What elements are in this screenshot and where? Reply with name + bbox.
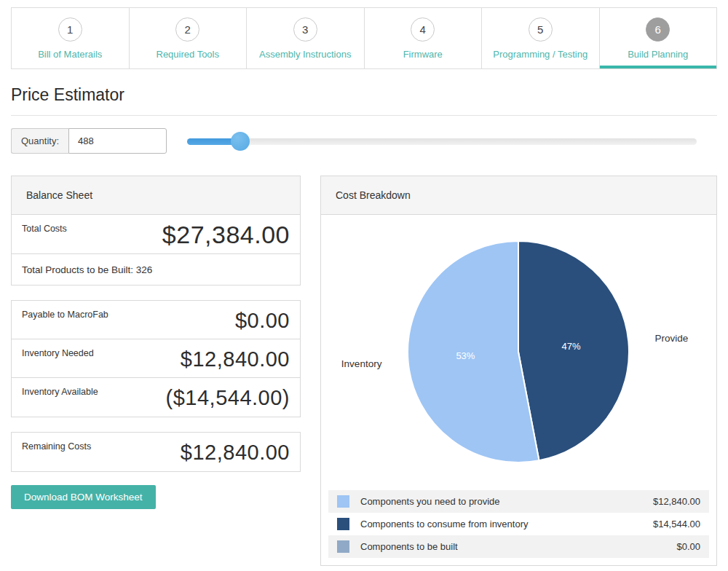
step-tabs: 1 Bill of Materails 2 Required Tools 3 A… bbox=[11, 7, 717, 69]
slider-track[interactable] bbox=[187, 138, 697, 145]
step-number-badge: 6 bbox=[646, 17, 670, 42]
legend-label: Components you need to provide bbox=[360, 496, 653, 507]
legend-swatch-light-blue bbox=[337, 495, 349, 508]
legend-value: $12,840.00 bbox=[653, 496, 700, 507]
cost-breakdown-title: Cost Breakdown bbox=[321, 176, 716, 215]
pie-slice-name-label: Inventory bbox=[341, 358, 382, 369]
step-number-badge: 4 bbox=[411, 17, 435, 42]
total-costs-row: Total Costs $27,384.00 bbox=[12, 215, 300, 254]
balance-sheet-title: Balance Sheet bbox=[12, 176, 300, 215]
page-title: Price Estimator bbox=[11, 85, 717, 105]
inventory-available-label: Inventory Available bbox=[22, 384, 98, 397]
payable-row: Payable to MacroFab $0.00 bbox=[12, 301, 300, 339]
pie-percent-label: 47% bbox=[562, 341, 581, 352]
pie-chart: 47%Provide53%Inventory bbox=[321, 215, 716, 490]
tab-programming-testing[interactable]: 5 Programming / Testing bbox=[482, 8, 600, 68]
balance-sheet-panel: Balance Sheet Total Costs $27,384.00 Tot… bbox=[11, 176, 301, 286]
price-estimator-page: 1 Bill of Materails 2 Required Tools 3 A… bbox=[0, 0, 728, 566]
total-products-row: Total Products to be Built: 326 bbox=[12, 254, 300, 285]
inventory-available-value: ($14,544.00) bbox=[166, 386, 290, 410]
tab-firmware[interactable]: 4 Firmware bbox=[365, 8, 483, 68]
step-number-badge: 5 bbox=[529, 17, 553, 42]
download-bom-worksheet-button[interactable]: Download BOM Worksheet bbox=[11, 485, 156, 509]
payable-label: Payable to MacroFab bbox=[22, 307, 108, 320]
tab-label: Programming / Testing bbox=[493, 49, 587, 60]
quantity-input[interactable] bbox=[68, 128, 167, 154]
inventory-needed-label: Inventory Needed bbox=[22, 345, 94, 358]
chart-legend: Components you need to provide $12,840.0… bbox=[321, 490, 716, 565]
legend-swatch-dark-blue bbox=[337, 518, 349, 530]
total-costs-value: $27,384.00 bbox=[162, 221, 290, 249]
tab-required-tools[interactable]: 2 Required Tools bbox=[130, 8, 248, 68]
divider bbox=[11, 115, 717, 116]
quantity-row: Quantity: bbox=[11, 128, 717, 154]
legend-label: Components to consume from inventory bbox=[360, 519, 653, 529]
pie-percent-label: 53% bbox=[456, 350, 475, 361]
remaining-costs-value: $12,840.00 bbox=[181, 441, 290, 465]
slider-thumb[interactable] bbox=[231, 132, 250, 151]
quantity-label: Quantity: bbox=[11, 128, 68, 154]
pie-chart-svg: 47%Provide53%Inventory bbox=[321, 215, 716, 490]
balance-sheet-column: Balance Sheet Total Costs $27,384.00 Tot… bbox=[11, 176, 301, 509]
legend-row-consume: Components to consume from inventory $14… bbox=[328, 513, 709, 535]
tab-assembly-instructions[interactable]: 3 Assembly Instructions bbox=[247, 8, 365, 68]
inventory-needed-row: Inventory Needed $12,840.00 bbox=[12, 339, 300, 378]
tab-bill-of-materials[interactable]: 1 Bill of Materails bbox=[12, 8, 130, 68]
quantity-slider[interactable] bbox=[187, 132, 697, 151]
legend-value: $14,544.00 bbox=[653, 519, 700, 529]
legend-swatch-gray-blue bbox=[337, 540, 349, 553]
payable-value: $0.00 bbox=[235, 309, 290, 333]
step-number-badge: 3 bbox=[293, 17, 317, 42]
remaining-costs-panel: Remaining Costs $12,840.00 bbox=[11, 432, 301, 472]
tab-label: Firmware bbox=[403, 49, 443, 60]
remaining-costs-label: Remaining Costs bbox=[22, 438, 91, 452]
legend-label: Components to be built bbox=[360, 541, 676, 552]
total-costs-label: Total Costs bbox=[22, 221, 67, 234]
legend-row-provide: Components you need to provide $12,840.0… bbox=[328, 490, 709, 513]
tab-label: Bill of Materails bbox=[38, 49, 102, 60]
pie-slice-name-label: Provide bbox=[655, 333, 689, 344]
tab-label: Build Planning bbox=[628, 49, 688, 60]
total-products-text: Total Products to be Built: 326 bbox=[22, 264, 152, 275]
tab-label: Assembly Instructions bbox=[259, 49, 351, 60]
quantity-input-group: Quantity: bbox=[11, 128, 167, 154]
payables-panel: Payable to MacroFab $0.00 Inventory Need… bbox=[11, 300, 301, 417]
step-number-badge: 1 bbox=[58, 17, 82, 42]
cost-breakdown-panel: Cost Breakdown 47%Provide53%Inventory Co… bbox=[320, 176, 717, 566]
inventory-needed-value: $12,840.00 bbox=[181, 347, 290, 371]
remaining-costs-row: Remaining Costs $12,840.00 bbox=[12, 433, 300, 471]
inventory-available-row: Inventory Available ($14,544.00) bbox=[12, 378, 300, 417]
legend-value: $0.00 bbox=[676, 541, 700, 552]
step-number-badge: 2 bbox=[175, 17, 199, 42]
tab-build-planning[interactable]: 6 Build Planning bbox=[600, 8, 717, 68]
tab-label: Required Tools bbox=[157, 49, 219, 60]
legend-row-built: Components to be built $0.00 bbox=[328, 535, 709, 558]
